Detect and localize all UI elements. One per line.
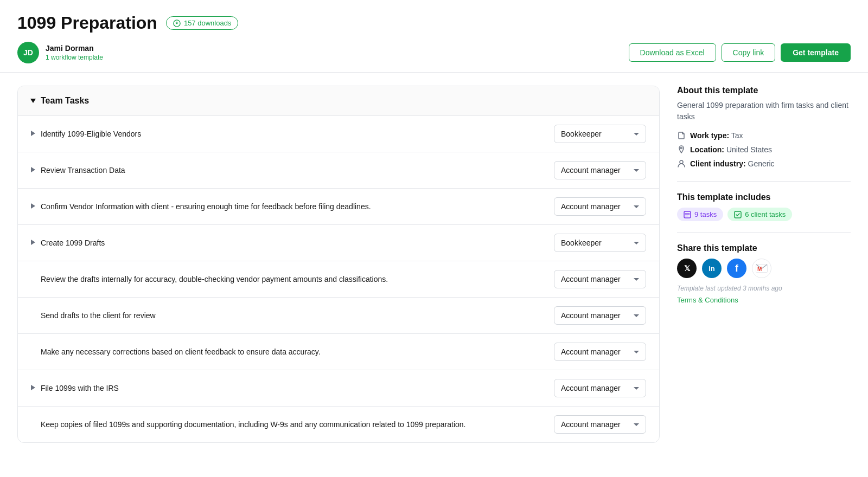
about-title: About this template	[677, 86, 851, 95]
task-row: Keep copies of filed 1099s and supportin…	[18, 407, 659, 442]
svg-text:M: M	[757, 266, 762, 272]
role-label: Bookkeeper	[561, 130, 602, 138]
copy-link-button[interactable]: Copy link	[722, 43, 776, 62]
task-row: Make any necessary corrections based on …	[18, 334, 659, 370]
role-dropdown[interactable]: Account manager	[554, 306, 646, 325]
chevron-down-icon	[634, 387, 639, 390]
includes-title: This template includes	[677, 192, 851, 202]
task-text: Keep copies of filed 1099s and supportin…	[31, 419, 465, 430]
main-layout: Team Tasks Identify 1099-Eligible Vendor…	[0, 73, 868, 456]
share-title: Share this template	[677, 243, 851, 253]
role-dropdown[interactable]: Account manager	[554, 379, 646, 397]
task-text: Make any necessary corrections based on …	[31, 346, 321, 358]
role-label: Account manager	[561, 275, 621, 283]
task-expand-arrow[interactable]	[31, 167, 35, 172]
team-tasks-header[interactable]: Team Tasks	[18, 86, 659, 116]
role-label: Account manager	[561, 166, 621, 175]
task-row: Identify 1099-Eligible VendorsBookkeeper	[18, 116, 659, 152]
about-section: About this template General 1099 prepara…	[677, 86, 851, 168]
chevron-down-icon	[634, 351, 639, 353]
task-row: Create 1099 DraftsBookkeeper	[18, 225, 659, 261]
collapse-icon[interactable]	[30, 99, 36, 103]
get-template-button[interactable]: Get template	[781, 43, 851, 62]
template-updated: Template last updated 3 months ago	[677, 285, 851, 292]
header-bottom: JD Jami Dorman 1 workflow template Downl…	[17, 42, 851, 63]
page-title: 1099 Preparation	[17, 13, 157, 33]
tasks-badge: 9 tasks	[677, 208, 723, 221]
x-share-button[interactable]: 𝕏	[677, 259, 697, 278]
work-type-value: Tax	[731, 131, 743, 140]
role-label: Bookkeeper	[561, 238, 602, 247]
role-dropdown[interactable]: Account manager	[554, 161, 646, 179]
role-label: Account manager	[561, 202, 621, 211]
chevron-down-icon	[634, 314, 639, 317]
task-text: File 1099s with the IRS	[41, 383, 119, 394]
task-text: Create 1099 Drafts	[41, 237, 105, 249]
left-content: Team Tasks Identify 1099-Eligible Vendor…	[17, 86, 660, 443]
task-left: Send drafts to the client for review	[31, 310, 545, 321]
task-text: Send drafts to the client for review	[31, 310, 156, 321]
task-expand-arrow[interactable]	[31, 131, 35, 136]
divider-2	[677, 232, 851, 233]
downloads-badge: 157 downloads	[166, 16, 238, 30]
location-item: Location: United States	[677, 145, 851, 154]
task-row: Review the drafts internally for accurac…	[18, 261, 659, 298]
role-label: Account manager	[561, 420, 621, 429]
gmail-share-button[interactable]: M	[752, 259, 771, 278]
work-type-item: Work type: Tax	[677, 131, 851, 140]
tasks-container: Identify 1099-Eligible VendorsBookkeeper…	[18, 116, 659, 442]
terms-link[interactable]: Terms & Conditions	[677, 296, 738, 304]
task-left: Create 1099 Drafts	[31, 237, 545, 249]
role-dropdown[interactable]: Account manager	[554, 415, 646, 434]
task-text: Review the drafts internally for accurac…	[31, 274, 388, 285]
page-wrapper: 1099 Preparation 157 downloads JD Jami D…	[0, 0, 868, 477]
role-label: Account manager	[561, 311, 621, 320]
task-left: Keep copies of filed 1099s and supportin…	[31, 419, 545, 430]
linkedin-share-button[interactable]: in	[702, 259, 722, 278]
role-dropdown[interactable]: Bookkeeper	[554, 234, 646, 252]
role-label: Account manager	[561, 347, 621, 356]
client-tasks-badge-label: 6 client tasks	[745, 210, 786, 218]
about-desc: General 1099 preparation with firm tasks…	[677, 100, 851, 123]
share-icons: 𝕏 in f M	[677, 259, 851, 278]
divider-1	[677, 181, 851, 182]
chevron-down-icon	[634, 205, 639, 208]
download-excel-button[interactable]: Download as Excel	[629, 43, 716, 62]
avatar: JD	[17, 42, 39, 63]
team-tasks-title: Team Tasks	[41, 96, 89, 106]
role-dropdown[interactable]: Account manager	[554, 197, 646, 216]
client-industry-value: Generic	[748, 159, 775, 168]
location-icon	[677, 145, 686, 154]
work-type-label: Work type: Tax	[690, 131, 743, 140]
role-dropdown[interactable]: Account manager	[554, 343, 646, 361]
facebook-share-button[interactable]: f	[727, 259, 746, 278]
task-expand-arrow[interactable]	[31, 203, 35, 209]
svg-point-1	[681, 147, 682, 149]
client-tasks-badge: 6 client tasks	[727, 208, 792, 221]
header-actions: Download as Excel Copy link Get template	[629, 43, 851, 62]
task-left: Identify 1099-Eligible Vendors	[31, 128, 545, 140]
task-text: Confirm Vendor Information with client -…	[41, 201, 371, 212]
location-label: Location: United States	[690, 145, 772, 154]
role-dropdown[interactable]: Bookkeeper	[554, 125, 646, 143]
task-left: Confirm Vendor Information with client -…	[31, 201, 545, 212]
downloads-count: 157 downloads	[184, 19, 231, 27]
role-dropdown[interactable]: Account manager	[554, 270, 646, 288]
header-top: 1099 Preparation 157 downloads	[17, 13, 851, 33]
task-left: Review Transaction Data	[31, 165, 545, 176]
task-text: Review Transaction Data	[41, 165, 125, 176]
chevron-down-icon	[634, 423, 639, 426]
task-expand-arrow[interactable]	[31, 240, 35, 245]
author-name: Jami Dorman	[46, 44, 103, 53]
task-left: Review the drafts internally for accurac…	[31, 274, 545, 285]
client-industry-label: Client industry: Generic	[690, 159, 775, 168]
task-row: File 1099s with the IRSAccount manager	[18, 370, 659, 407]
author-sub: 1 workflow template	[46, 54, 103, 61]
right-sidebar: About this template General 1099 prepara…	[677, 86, 851, 317]
task-expand-arrow[interactable]	[31, 385, 35, 390]
includes-badges: 9 tasks 6 client tasks	[677, 208, 851, 221]
share-section: Share this template 𝕏 in f M	[677, 243, 851, 304]
person-icon	[677, 159, 686, 168]
chevron-down-icon	[634, 169, 639, 172]
task-row: Send drafts to the client for reviewAcco…	[18, 298, 659, 334]
